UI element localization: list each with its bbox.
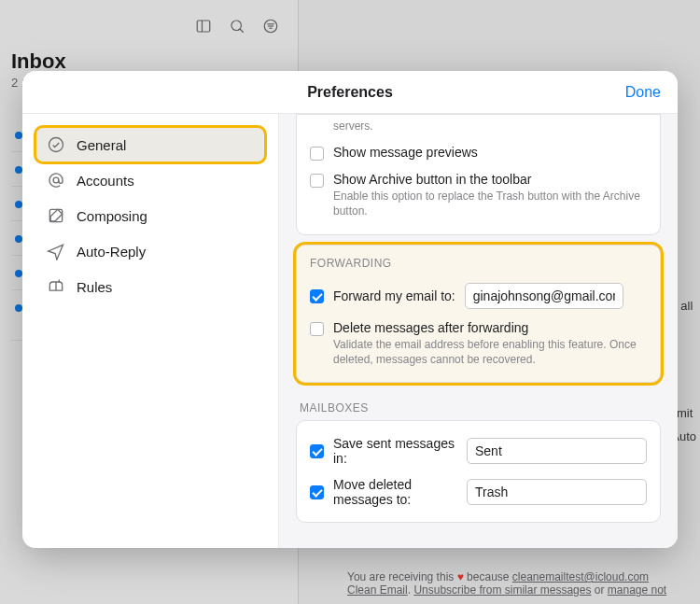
modal-header: Preferences Done	[22, 71, 678, 114]
sidebar-item-label: Composing	[77, 208, 147, 224]
sidebar-item-label: Accounts	[77, 173, 134, 189]
save-sent-input[interactable]	[467, 438, 647, 464]
general-options-card: servers. Show message previews Show Arch…	[296, 114, 661, 235]
preferences-content[interactable]: servers. Show message previews Show Arch…	[279, 114, 678, 548]
option-show-previews[interactable]: Show message previews	[310, 139, 647, 166]
option-delete-after-forward[interactable]: Delete messages after forwarding Validat…	[310, 315, 647, 372]
forward-email-input[interactable]	[465, 283, 623, 309]
option-desc: Enable this option to replace the Trash …	[333, 189, 647, 218]
svg-point-8	[49, 138, 63, 152]
sidebar-item-label: General	[77, 137, 126, 153]
sidebar-item-general[interactable]: General	[35, 127, 265, 162]
checkbox[interactable]	[310, 289, 324, 303]
checkbox[interactable]	[310, 485, 324, 499]
sidebar-item-composing[interactable]: Composing	[35, 198, 265, 233]
preferences-sidebar: General Accounts Composing Auto-Reply	[22, 114, 279, 548]
option-label: Show Archive button in the toolbar	[333, 172, 647, 187]
option-save-sent[interactable]: Save sent messages in:	[310, 430, 647, 471]
mailbox-icon	[47, 277, 65, 296]
checkbox[interactable]	[310, 174, 324, 188]
checkbox[interactable]	[310, 147, 324, 161]
checkbox[interactable]	[310, 444, 324, 458]
forwarding-card: FORWARDING Forward my email to: Delete m…	[296, 245, 661, 383]
sidebar-item-accounts[interactable]: Accounts	[35, 162, 265, 198]
mailboxes-card: Save sent messages in: Move deleted mess…	[296, 420, 661, 523]
server-desc-fragment: servers.	[310, 117, 647, 139]
done-button[interactable]: Done	[625, 84, 661, 101]
preferences-modal: Preferences Done General Accounts Compo	[22, 71, 678, 548]
modal-title: Preferences	[307, 84, 393, 101]
option-desc: Validate the email address before enabli…	[333, 337, 647, 367]
option-show-archive[interactable]: Show Archive button in the toolbar Enabl…	[310, 166, 647, 224]
at-sign-icon	[47, 171, 65, 190]
option-forward-email[interactable]: Forward my email to:	[310, 277, 647, 315]
move-deleted-input[interactable]	[467, 479, 647, 505]
checkbox[interactable]	[310, 322, 324, 336]
option-label: Forward my email to:	[333, 288, 455, 303]
compose-icon	[47, 206, 65, 225]
option-label: Move deleted messages to:	[333, 477, 457, 507]
svg-point-9	[53, 177, 59, 183]
option-label: Delete messages after forwarding	[333, 320, 647, 335]
check-circle-icon	[47, 135, 65, 154]
sidebar-item-label: Rules	[77, 279, 112, 295]
option-label: Show message previews	[333, 145, 647, 160]
option-move-deleted[interactable]: Move deleted messages to:	[310, 471, 647, 513]
section-forwarding-label: FORWARDING	[310, 255, 647, 277]
sidebar-item-rules[interactable]: Rules	[35, 269, 265, 304]
option-label: Save sent messages in:	[333, 436, 457, 466]
airplane-icon	[47, 242, 65, 260]
sidebar-item-label: Auto-Reply	[77, 244, 146, 260]
section-mailboxes-label: MAILBOXES	[296, 392, 661, 420]
sidebar-item-autoreply[interactable]: Auto-Reply	[35, 233, 265, 269]
